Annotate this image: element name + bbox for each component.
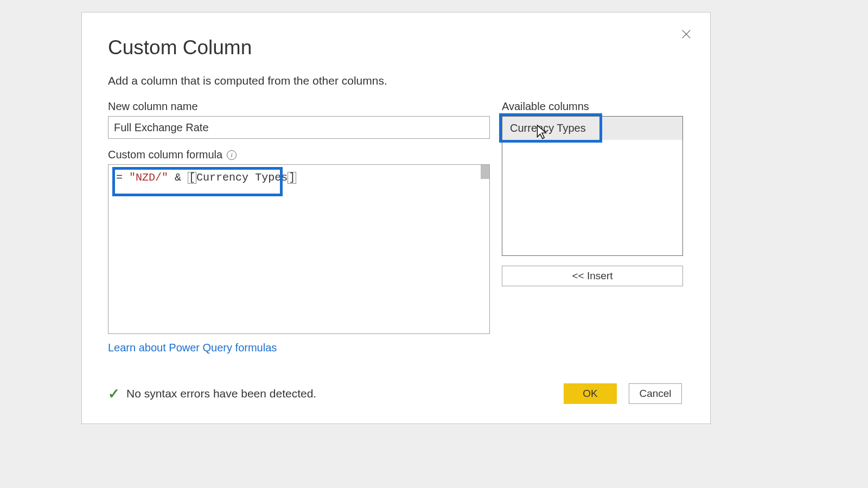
status-text: No syntax errors have been detected. [126, 387, 316, 400]
new-column-name-input[interactable] [108, 116, 490, 139]
available-column-item-label: Currency Types [510, 122, 586, 134]
insert-button[interactable]: << Insert [502, 266, 683, 286]
dialog-title: Custom Column [108, 36, 682, 59]
available-column-item[interactable]: Currency Types [502, 117, 682, 140]
close-icon [680, 28, 692, 40]
info-icon[interactable]: i [227, 150, 237, 160]
learn-link[interactable]: Learn about Power Query formulas [108, 342, 277, 354]
formula-input[interactable]: = "NZD/" & [Currency Types] [108, 164, 490, 334]
close-button[interactable] [675, 23, 697, 45]
formula-close-bracket: ] [289, 171, 295, 184]
dialog-subtitle: Add a column that is computed from the o… [108, 74, 682, 87]
cancel-button[interactable]: Cancel [629, 383, 682, 404]
available-columns-label: Available columns [502, 100, 683, 113]
custom-column-dialog: Custom Column Add a column that is compu… [81, 12, 711, 424]
formula-open-bracket: [ [189, 171, 195, 184]
formula-ampersand: & [175, 171, 181, 184]
formula-equals: = [116, 171, 123, 184]
formula-string-literal: "NZD/" [129, 171, 168, 184]
new-column-name-label: New column name [108, 100, 490, 113]
scrollbar-thumb[interactable] [481, 165, 489, 179]
ok-button[interactable]: OK [564, 383, 617, 404]
formula-label: Custom column formula [108, 149, 222, 161]
formula-column-ref: Currency Types [196, 171, 288, 184]
available-columns-list[interactable]: Currency Types [502, 116, 683, 256]
check-icon: ✓ [108, 386, 120, 402]
